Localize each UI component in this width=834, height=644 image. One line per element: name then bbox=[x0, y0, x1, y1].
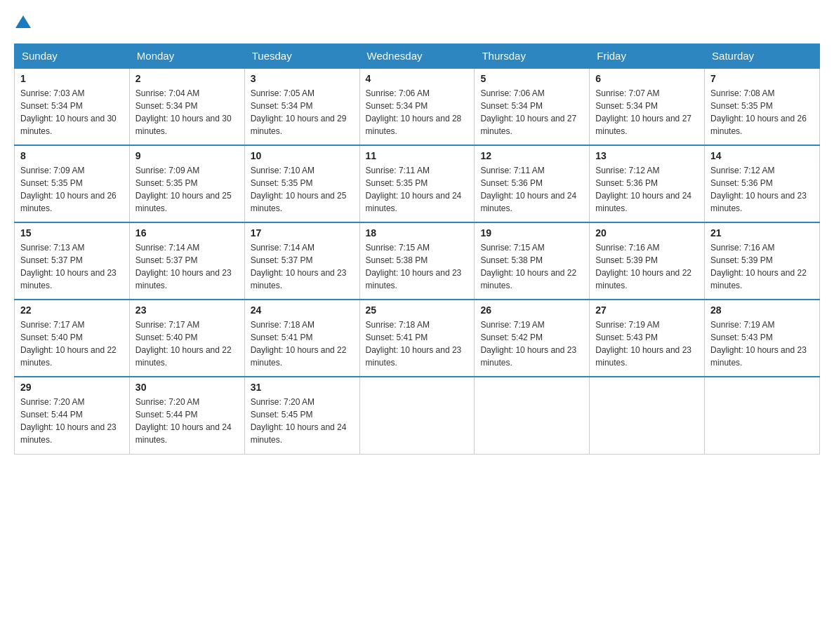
day-info: Sunrise: 7:12 AM Sunset: 5:36 PM Dayligh… bbox=[595, 164, 699, 215]
calendar-cell: 23 Sunrise: 7:17 AM Sunset: 5:40 PM Dayl… bbox=[129, 300, 244, 377]
calendar-cell: 6 Sunrise: 7:07 AM Sunset: 5:34 PM Dayli… bbox=[590, 68, 705, 145]
day-info: Sunrise: 7:15 AM Sunset: 5:38 PM Dayligh… bbox=[480, 241, 583, 292]
day-number: 26 bbox=[480, 304, 583, 316]
day-info: Sunrise: 7:20 AM Sunset: 5:44 PM Dayligh… bbox=[135, 396, 239, 446]
day-number: 20 bbox=[595, 227, 699, 239]
header-saturday: Saturday bbox=[705, 44, 820, 69]
day-info: Sunrise: 7:11 AM Sunset: 5:36 PM Dayligh… bbox=[480, 164, 583, 215]
day-number: 4 bbox=[366, 73, 469, 84]
page-header bbox=[14, 14, 820, 29]
calendar-cell: 9 Sunrise: 7:09 AM Sunset: 5:35 PM Dayli… bbox=[129, 145, 244, 222]
day-number: 24 bbox=[251, 304, 354, 316]
day-number: 29 bbox=[20, 382, 124, 393]
day-info: Sunrise: 7:11 AM Sunset: 5:35 PM Dayligh… bbox=[366, 164, 469, 215]
day-number: 11 bbox=[366, 150, 469, 161]
day-info: Sunrise: 7:19 AM Sunset: 5:43 PM Dayligh… bbox=[595, 318, 699, 369]
calendar-cell: 22 Sunrise: 7:17 AM Sunset: 5:40 PM Dayl… bbox=[15, 300, 130, 377]
week-row: 1 Sunrise: 7:03 AM Sunset: 5:34 PM Dayli… bbox=[15, 68, 820, 145]
day-info: Sunrise: 7:16 AM Sunset: 5:39 PM Dayligh… bbox=[595, 241, 699, 292]
day-number: 1 bbox=[20, 73, 124, 84]
day-number: 3 bbox=[251, 73, 354, 84]
svg-marker-0 bbox=[15, 15, 31, 28]
week-row: 15 Sunrise: 7:13 AM Sunset: 5:37 PM Dayl… bbox=[15, 222, 820, 300]
day-number: 2 bbox=[135, 73, 239, 84]
day-info: Sunrise: 7:06 AM Sunset: 5:34 PM Dayligh… bbox=[366, 87, 469, 137]
day-number: 8 bbox=[20, 150, 124, 161]
day-info: Sunrise: 7:17 AM Sunset: 5:40 PM Dayligh… bbox=[20, 318, 124, 369]
day-number: 18 bbox=[366, 227, 469, 239]
calendar-cell: 18 Sunrise: 7:15 AM Sunset: 5:38 PM Dayl… bbox=[359, 222, 475, 300]
calendar-cell: 24 Sunrise: 7:18 AM Sunset: 5:41 PM Dayl… bbox=[244, 300, 359, 377]
calendar-cell: 31 Sunrise: 7:20 AM Sunset: 5:45 PM Dayl… bbox=[244, 377, 359, 454]
header-monday: Monday bbox=[129, 44, 244, 69]
calendar-cell: 7 Sunrise: 7:08 AM Sunset: 5:35 PM Dayli… bbox=[705, 68, 820, 145]
day-info: Sunrise: 7:15 AM Sunset: 5:38 PM Dayligh… bbox=[366, 241, 469, 292]
day-info: Sunrise: 7:05 AM Sunset: 5:34 PM Dayligh… bbox=[251, 87, 354, 137]
calendar-cell: 13 Sunrise: 7:12 AM Sunset: 5:36 PM Dayl… bbox=[590, 145, 705, 222]
day-info: Sunrise: 7:19 AM Sunset: 5:42 PM Dayligh… bbox=[480, 318, 583, 369]
calendar-cell: 20 Sunrise: 7:16 AM Sunset: 5:39 PM Dayl… bbox=[590, 222, 705, 300]
calendar-table: SundayMondayTuesdayWednesdayThursdayFrid… bbox=[14, 43, 820, 455]
calendar-cell: 30 Sunrise: 7:20 AM Sunset: 5:44 PM Dayl… bbox=[129, 377, 244, 454]
day-number: 19 bbox=[480, 227, 583, 239]
day-info: Sunrise: 7:09 AM Sunset: 5:35 PM Dayligh… bbox=[135, 164, 239, 215]
calendar-cell: 19 Sunrise: 7:15 AM Sunset: 5:38 PM Dayl… bbox=[475, 222, 590, 300]
calendar-cell bbox=[705, 377, 820, 454]
day-number: 10 bbox=[251, 150, 354, 161]
calendar-header-row: SundayMondayTuesdayWednesdayThursdayFrid… bbox=[15, 44, 820, 69]
day-number: 13 bbox=[595, 150, 699, 161]
day-info: Sunrise: 7:14 AM Sunset: 5:37 PM Dayligh… bbox=[251, 241, 354, 292]
day-number: 27 bbox=[595, 304, 699, 316]
day-info: Sunrise: 7:09 AM Sunset: 5:35 PM Dayligh… bbox=[20, 164, 124, 215]
calendar-cell: 21 Sunrise: 7:16 AM Sunset: 5:39 PM Dayl… bbox=[705, 222, 820, 300]
calendar-cell bbox=[359, 377, 475, 454]
day-number: 21 bbox=[710, 227, 814, 239]
calendar-cell: 15 Sunrise: 7:13 AM Sunset: 5:37 PM Dayl… bbox=[15, 222, 130, 300]
calendar-cell: 26 Sunrise: 7:19 AM Sunset: 5:42 PM Dayl… bbox=[475, 300, 590, 377]
day-info: Sunrise: 7:08 AM Sunset: 5:35 PM Dayligh… bbox=[710, 87, 814, 137]
day-info: Sunrise: 7:14 AM Sunset: 5:37 PM Dayligh… bbox=[135, 241, 239, 292]
week-row: 22 Sunrise: 7:17 AM Sunset: 5:40 PM Dayl… bbox=[15, 300, 820, 377]
day-info: Sunrise: 7:16 AM Sunset: 5:39 PM Dayligh… bbox=[710, 241, 814, 292]
week-row: 8 Sunrise: 7:09 AM Sunset: 5:35 PM Dayli… bbox=[15, 145, 820, 222]
calendar-cell: 27 Sunrise: 7:19 AM Sunset: 5:43 PM Dayl… bbox=[590, 300, 705, 377]
day-number: 17 bbox=[251, 227, 354, 239]
day-number: 30 bbox=[135, 382, 239, 393]
day-info: Sunrise: 7:04 AM Sunset: 5:34 PM Dayligh… bbox=[135, 87, 239, 137]
week-row: 29 Sunrise: 7:20 AM Sunset: 5:44 PM Dayl… bbox=[15, 377, 820, 454]
calendar-cell: 16 Sunrise: 7:14 AM Sunset: 5:37 PM Dayl… bbox=[129, 222, 244, 300]
day-info: Sunrise: 7:07 AM Sunset: 5:34 PM Dayligh… bbox=[595, 87, 699, 137]
calendar-cell: 14 Sunrise: 7:12 AM Sunset: 5:36 PM Dayl… bbox=[705, 145, 820, 222]
day-number: 15 bbox=[20, 227, 124, 239]
calendar-cell: 25 Sunrise: 7:18 AM Sunset: 5:41 PM Dayl… bbox=[359, 300, 475, 377]
day-info: Sunrise: 7:12 AM Sunset: 5:36 PM Dayligh… bbox=[710, 164, 814, 215]
day-number: 5 bbox=[480, 73, 583, 84]
day-number: 9 bbox=[135, 150, 239, 161]
day-info: Sunrise: 7:18 AM Sunset: 5:41 PM Dayligh… bbox=[251, 318, 354, 369]
day-number: 14 bbox=[710, 150, 814, 161]
day-number: 22 bbox=[20, 304, 124, 316]
day-number: 28 bbox=[710, 304, 814, 316]
calendar-cell: 3 Sunrise: 7:05 AM Sunset: 5:34 PM Dayli… bbox=[244, 68, 359, 145]
calendar-cell bbox=[475, 377, 590, 454]
calendar-cell: 4 Sunrise: 7:06 AM Sunset: 5:34 PM Dayli… bbox=[359, 68, 475, 145]
day-number: 7 bbox=[710, 73, 814, 84]
calendar-cell bbox=[590, 377, 705, 454]
header-sunday: Sunday bbox=[15, 44, 130, 69]
header-wednesday: Wednesday bbox=[359, 44, 475, 69]
day-info: Sunrise: 7:13 AM Sunset: 5:37 PM Dayligh… bbox=[20, 241, 124, 292]
day-info: Sunrise: 7:10 AM Sunset: 5:35 PM Dayligh… bbox=[251, 164, 354, 215]
header-friday: Friday bbox=[590, 44, 705, 69]
day-info: Sunrise: 7:03 AM Sunset: 5:34 PM Dayligh… bbox=[20, 87, 124, 137]
calendar-cell: 12 Sunrise: 7:11 AM Sunset: 5:36 PM Dayl… bbox=[475, 145, 590, 222]
day-number: 25 bbox=[366, 304, 469, 316]
calendar-cell: 17 Sunrise: 7:14 AM Sunset: 5:37 PM Dayl… bbox=[244, 222, 359, 300]
day-number: 31 bbox=[251, 382, 354, 393]
logo bbox=[14, 14, 31, 29]
calendar-cell: 11 Sunrise: 7:11 AM Sunset: 5:35 PM Dayl… bbox=[359, 145, 475, 222]
day-info: Sunrise: 7:18 AM Sunset: 5:41 PM Dayligh… bbox=[366, 318, 469, 369]
calendar-cell: 1 Sunrise: 7:03 AM Sunset: 5:34 PM Dayli… bbox=[15, 68, 130, 145]
day-number: 16 bbox=[135, 227, 239, 239]
calendar-cell: 8 Sunrise: 7:09 AM Sunset: 5:35 PM Dayli… bbox=[15, 145, 130, 222]
day-number: 12 bbox=[480, 150, 583, 161]
